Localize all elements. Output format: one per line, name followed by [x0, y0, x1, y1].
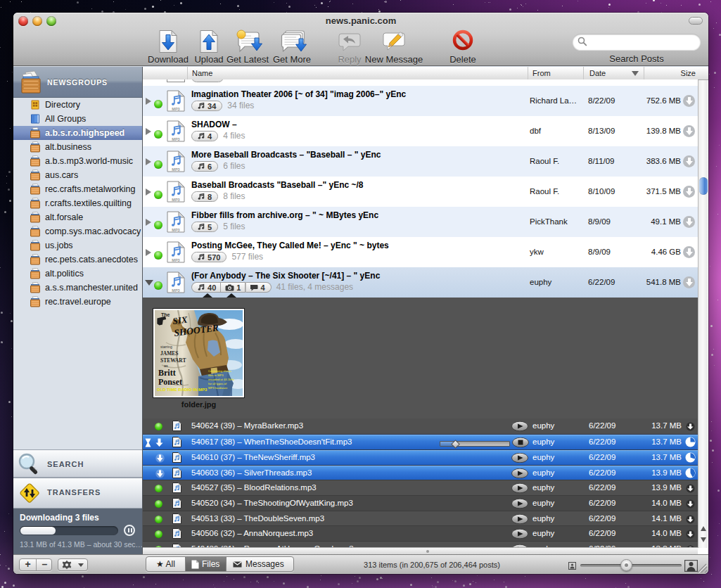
svg-text:MP3: MP3	[172, 258, 179, 262]
svg-text:SIX: SIX	[172, 314, 189, 326]
svg-text:MP3: MP3	[172, 107, 179, 111]
svg-text:MP3: MP3	[172, 167, 179, 172]
svg-text:MP3: MP3	[172, 198, 179, 202]
svg-text:encoded at 44.1kHz: encoded at 44.1kHz	[208, 378, 234, 381]
svg-text:Containing shows: Containing shows	[208, 369, 231, 373]
svg-text:MP3 hardware: MP3 hardware	[208, 386, 228, 390]
svg-text:files in MP3: files in MP3	[208, 373, 224, 377]
svg-text:for all types of: for all types of	[208, 382, 227, 385]
svg-text:JAMES: JAMES	[160, 350, 178, 357]
svg-text:STEWART: STEWART	[160, 357, 186, 364]
svg-text:OLD TIME RADIO IN MP3: OLD TIME RADIO IN MP3	[157, 388, 208, 392]
svg-text:starring: starring	[160, 345, 172, 349]
svg-text:MP3: MP3	[172, 288, 179, 293]
svg-text:The: The	[161, 312, 170, 317]
svg-text:Britt: Britt	[158, 368, 176, 378]
svg-text:MP3: MP3	[172, 137, 179, 141]
svg-text:Ponset: Ponset	[158, 377, 182, 387]
svg-text:MP3: MP3	[172, 228, 179, 232]
